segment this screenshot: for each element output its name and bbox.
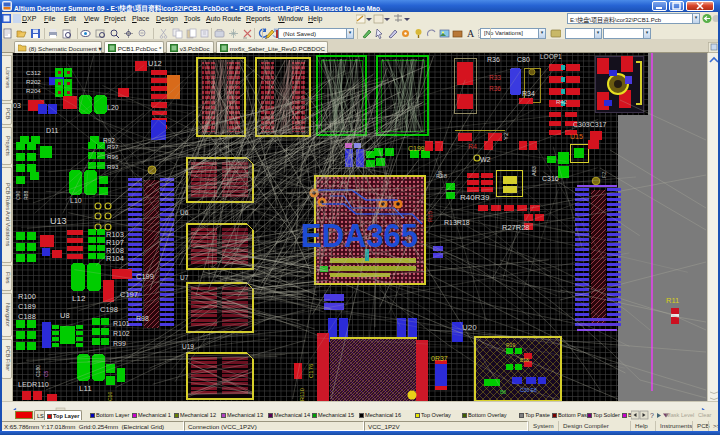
svg-text:A83: A83 [531,166,537,176]
svg-text:U20: U20 [462,323,477,332]
svg-text:W2: W2 [480,156,491,163]
svg-text:A: A [467,28,475,39]
svg-text:R100: R100 [18,292,36,301]
svg-text:R36: R36 [489,85,501,92]
svg-text:C198: C198 [100,305,118,314]
svg-text:U6: U6 [180,209,189,216]
svg-text:C197: C197 [120,290,138,299]
svg-text:C90: C90 [15,191,21,200]
svg-text:C80: C80 [517,56,530,63]
svg-text:R42: R42 [556,99,568,105]
svg-text:U12: U12 [148,59,162,68]
svg-text:?: ? [650,412,654,419]
svg-text:C188: C188 [18,312,36,321]
svg-text:C312: C312 [26,69,41,76]
svg-text:R99: R99 [113,340,126,347]
svg-text:L11: L11 [79,384,92,393]
svg-text:LOOP1: LOOP1 [540,53,562,60]
svg-text:R93: R93 [107,163,119,170]
svg-text:R13R18: R13R18 [444,219,470,226]
svg-text:R204: R204 [26,87,41,94]
svg-text:U19: U19 [182,343,194,350]
svg-text:R19: R19 [506,342,515,348]
svg-text:03: 03 [13,102,21,109]
svg-text:EDA365: EDA365 [301,217,418,254]
svg-text:R11: R11 [666,296,679,305]
svg-text:C5: C5 [43,370,49,377]
svg-text:L12: L12 [72,294,86,303]
svg-text:B18: B18 [520,357,529,363]
svg-text:R34: R34 [522,90,535,97]
svg-text:C316: C316 [542,175,559,182]
svg-text:C176: C176 [308,363,314,378]
svg-text:L20: L20 [107,104,119,111]
svg-text:F2: F2 [601,172,607,178]
svg-text:U15: U15 [570,133,583,140]
svg-text:R96: R96 [107,153,119,160]
svg-text:R27R28: R27R28 [502,223,530,232]
svg-text:B8: B8 [500,389,506,395]
svg-text:L10: L10 [70,197,82,204]
svg-text:R4: R4 [468,143,477,150]
svg-text:R110: R110 [299,388,305,401]
svg-text:C189: C189 [18,302,36,311]
svg-text:0R37: 0R37 [431,355,448,362]
svg-text:R97: R97 [107,143,119,150]
svg-text:R102: R102 [113,330,130,337]
svg-text:C199: C199 [136,272,154,281]
svg-text:C199: C199 [408,145,425,152]
svg-text:R101: R101 [113,320,130,327]
svg-text:C303C317: C303C317 [573,121,607,128]
svg-text:U8: U8 [60,311,70,320]
svg-text:LEDR110: LEDR110 [18,380,49,389]
svg-text:R36: R36 [487,56,500,63]
svg-text:D11: D11 [46,127,58,134]
svg-text:C10: C10 [107,392,113,401]
svg-text:R15: R15 [427,210,433,222]
svg-text:R40R39: R40R39 [460,193,490,202]
svg-text:U13: U13 [50,216,67,226]
svg-text:C30 E8: C30 E8 [520,387,537,393]
svg-text:Y2: Y2 [503,132,509,140]
svg-text:R38: R38 [436,173,448,179]
svg-text:U7: U7 [180,274,189,281]
svg-text:R33: R33 [489,74,501,81]
svg-text:R202: R202 [26,78,41,85]
svg-text:C180: C180 [35,365,41,377]
svg-text:R88: R88 [23,191,29,200]
svg-text:R104: R104 [106,254,124,263]
svg-text:R98: R98 [136,315,149,322]
